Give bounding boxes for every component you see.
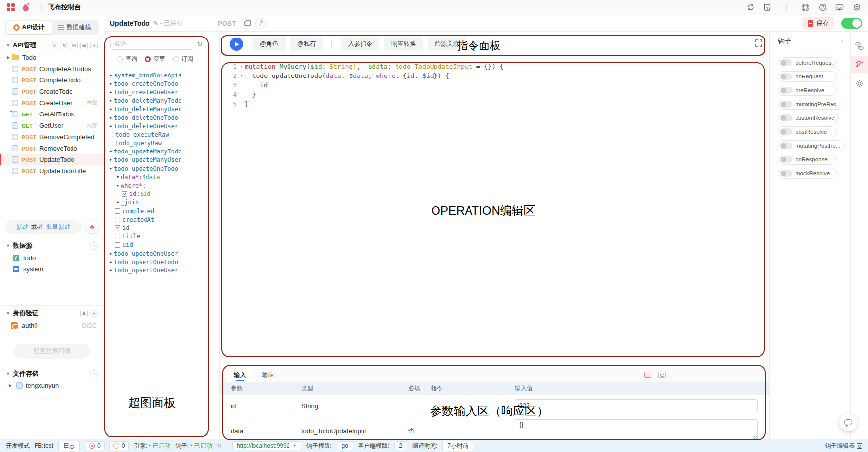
tree-checkbox[interactable] (108, 141, 113, 146)
tree-row[interactable]: ▶todo_deleteManyTodo (104, 97, 219, 105)
tree-checkbox[interactable] (115, 217, 120, 222)
filter-input[interactable] (110, 38, 193, 50)
add-auth-icon[interactable]: ＋ (90, 310, 98, 317)
caret-right-icon[interactable]: ▶ (108, 252, 114, 256)
warning-counter[interactable]: ! 0 (109, 441, 129, 450)
tree-row[interactable]: createdAt (104, 215, 219, 224)
fireboom-logo-icon[interactable] (22, 3, 30, 12)
tree-row[interactable]: id: $id (104, 190, 219, 198)
tree-row[interactable]: ▶todo_deleteOneTodo (104, 113, 219, 122)
api-item-CreateUser[interactable]: POSTCreateUser内部 (0, 97, 104, 109)
help-icon[interactable] (819, 3, 827, 11)
auth-item-auth0[interactable]: auth0 OIDC (0, 320, 104, 331)
tree-row[interactable]: id (104, 224, 219, 232)
restart-hook-icon[interactable]: ↻ (217, 442, 222, 449)
github-icon[interactable] (801, 3, 810, 11)
cmd-button-入参指令[interactable]: 入参指令 (341, 37, 379, 51)
batch-new-link[interactable]: 批量新建 (46, 223, 71, 231)
tree-row[interactable]: ▶todo_upsertOneTodo (104, 258, 219, 266)
cmd-button-@私有[interactable]: @私有 (290, 37, 323, 51)
tab-input[interactable]: 输入 (226, 368, 254, 382)
api-item-UpdateTodo[interactable]: POSTUpdateTodo (0, 154, 104, 165)
tree-row[interactable]: ▼todo_updateOneTodo (104, 164, 219, 173)
caret-down-icon[interactable]: ▼ (115, 175, 121, 179)
caret-right-icon[interactable]: ▶ (108, 74, 114, 77)
api-item-UpdateTodoTitle[interactable]: POSTUpdateTodoTitle (0, 165, 104, 177)
hook-toggle-onResponse[interactable]: onResponse (778, 154, 837, 165)
api-item-CompleteTodo[interactable]: POSTCompleteTodo (0, 75, 104, 86)
target-icon[interactable]: ◎ (71, 42, 78, 49)
tree-checkbox[interactable] (122, 191, 127, 197)
preview-icon[interactable] (658, 372, 666, 378)
collapse-hooks-icon[interactable]: › (841, 38, 843, 45)
caret-right-icon[interactable]: ▶ (108, 90, 114, 94)
collapse-icon[interactable]: ▼ (6, 243, 10, 248)
log-button[interactable]: 日志 (58, 441, 80, 451)
user-icon[interactable]: ♟ (80, 310, 88, 317)
cmd-button-响应转换[interactable]: 响应转换 (384, 37, 423, 51)
refresh-icon[interactable]: ↻ (61, 42, 68, 49)
fullscreen-icon[interactable] (755, 39, 762, 49)
param-id-value-input[interactable] (515, 399, 758, 412)
tree-row[interactable]: ▶todo_deleteOneUser (104, 122, 219, 130)
run-button[interactable] (230, 38, 243, 51)
sync-icon[interactable] (747, 3, 755, 11)
cmd-button-跨源关联[interactable]: 跨源关联 (428, 37, 466, 51)
error-counter[interactable]: 0 (85, 441, 105, 450)
tree-row[interactable]: ▶todo_updateManyUser (104, 156, 219, 164)
api-enabled-toggle[interactable] (841, 18, 862, 29)
collapse-icon[interactable]: ▼ (6, 43, 10, 48)
tree-row[interactable]: ▶todo_upsertOneUser (104, 266, 219, 274)
server-url-dropdown[interactable]: http://localhost:9992 ▼ (232, 441, 301, 450)
api-item-GetUser[interactable]: GETGetUser内部 (0, 120, 104, 131)
caret-right-icon[interactable]: ▶ (115, 200, 121, 204)
app-grid-icon[interactable] (7, 3, 15, 11)
radio-变更[interactable]: 变更 (145, 55, 165, 63)
fold-icon[interactable]: ▾ (238, 71, 243, 80)
tab-data-modeling[interactable]: 数据建模 (52, 21, 98, 34)
gear-icon[interactable] (851, 75, 868, 92)
proxy-settings-icon[interactable]: ✻ (86, 221, 99, 233)
caret-right-icon[interactable]: ▶ (108, 107, 114, 111)
rename-icon[interactable]: ✎ (153, 20, 158, 27)
collapse-icon[interactable]: ▼ (6, 311, 10, 316)
caret-right-icon[interactable]: ▶ (108, 268, 114, 272)
tree-row[interactable]: ▼where*: (104, 181, 219, 189)
hooks-view-icon[interactable] (851, 56, 868, 73)
new-link[interactable]: 新建 (16, 223, 29, 231)
datasource-item-todo[interactable]: todo (0, 252, 104, 264)
tree-row[interactable]: ▶todo_createOneUser (104, 88, 219, 96)
hook-toggle-mutatingPreRes...[interactable]: mutatingPreRes... (778, 99, 845, 110)
tree-row[interactable]: ▶_join (104, 198, 219, 207)
fold-icon[interactable]: ▾ (238, 62, 243, 71)
datasource-item-system[interactable]: system (0, 264, 104, 275)
tree-row[interactable]: completed (104, 207, 219, 215)
caret-right-icon[interactable]: ▶ (9, 383, 13, 388)
caret-right-icon[interactable]: ▶ (108, 116, 114, 120)
api-item-RemoveTodo[interactable]: POSTRemoveTodo (0, 143, 104, 154)
chat-fab-button[interactable] (839, 414, 857, 431)
api-item-GetAllTodos[interactable]: GETGetAllTodos (0, 109, 104, 120)
tab-api-design[interactable]: API设计 (6, 21, 52, 34)
caret-right-icon[interactable]: ▶ (108, 99, 114, 103)
hook-toggle-mutatingPostRe...[interactable]: mutatingPostRe... (778, 140, 845, 151)
tree-checkbox[interactable] (115, 234, 120, 239)
keyboard-icon[interactable] (835, 4, 844, 11)
caret-right-icon[interactable]: ▶ (108, 150, 114, 153)
flow-view-icon[interactable] (851, 38, 868, 54)
operation-editor[interactable]: 1▾2▾3 4 5 mutation MyQuery($id: String!,… (220, 57, 769, 368)
tree-checkbox[interactable] (115, 208, 120, 214)
folder-item-todo[interactable]: ▶ Todo (0, 52, 104, 63)
refresh-operations-icon[interactable]: ↻ (197, 40, 203, 48)
caret-right-icon[interactable]: ▶ (108, 124, 114, 128)
settings-icon[interactable] (853, 3, 861, 11)
hook-toggle-onRequest[interactable]: onRequest (778, 71, 837, 82)
tree-row[interactable]: todo_queryRaw (104, 139, 219, 148)
caret-down-icon[interactable]: ▼ (108, 167, 114, 171)
tree-checkbox[interactable] (108, 132, 113, 137)
tree-row[interactable]: todo_executeRaw (104, 130, 219, 139)
storage-item-tengxunyun[interactable]: ▶ tengxunyun (0, 380, 104, 391)
tree-row[interactable]: ▼data*: $data (104, 173, 219, 181)
save-button[interactable]: 保存 (802, 17, 834, 30)
hook-editor-button[interactable]: 钩子编辑器 (825, 442, 862, 450)
